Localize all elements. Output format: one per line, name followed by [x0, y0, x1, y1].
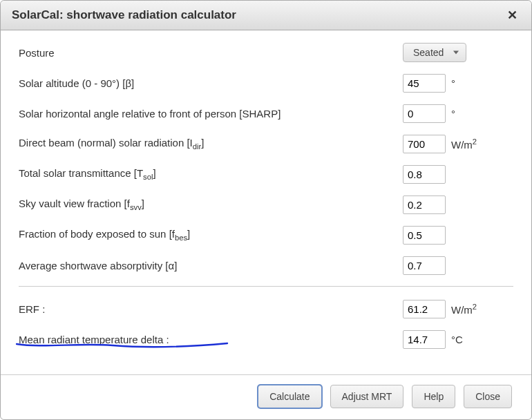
button-bar: Calculate Adjust MRT Help Close — [1, 374, 531, 419]
row-erf: ERF : W/m2 — [19, 299, 513, 318]
tsol-input[interactable] — [403, 165, 446, 184]
alpha-label: Average shortwave absorptivity [α] — [19, 260, 177, 271]
dmrt-label: Mean radiant temperature delta : — [19, 334, 169, 345]
erf-unit: W/m2 — [451, 303, 482, 316]
dmrt-unit: °C — [451, 334, 482, 345]
divider — [19, 286, 513, 287]
sharp-unit: ° — [451, 108, 482, 120]
fsvv-label: Sky vault view fraction [fsvv] — [19, 198, 144, 211]
help-button[interactable]: Help — [412, 385, 455, 408]
idir-label: Direct beam (normal) solar radiation [Id… — [19, 137, 204, 151]
posture-label: Posture — [19, 47, 55, 59]
posture-select[interactable]: Seated — [403, 43, 466, 62]
row-fsvv: Sky vault view fraction [fsvv] — [19, 195, 513, 214]
row-altitude: Solar altitude (0 - 90°) [β] ° — [19, 73, 513, 93]
dialog-title: SolarCal: shortwave radiation calculator — [12, 8, 236, 22]
row-dmrt: Mean radiant temperature delta : °C — [19, 330, 513, 349]
posture-selected: Seated — [413, 47, 444, 58]
sharp-input[interactable] — [403, 104, 446, 123]
row-tsol: Total solar transmittance [Tsol] — [19, 164, 513, 184]
row-posture: Posture Seated — [19, 43, 513, 62]
fbes-input[interactable] — [403, 226, 446, 245]
idir-unit: W/m2 — [451, 137, 482, 151]
fbes-label: Fraction of body exposed to sun [fbes] — [19, 228, 190, 242]
tsol-label: Total solar transmittance [Tsol] — [19, 167, 156, 181]
adjust-mrt-button[interactable]: Adjust MRT — [330, 385, 404, 408]
altitude-unit: ° — [451, 77, 482, 89]
erf-label: ERF : — [19, 303, 45, 315]
idir-input[interactable] — [403, 135, 446, 153]
solarcal-dialog: SolarCal: shortwave radiation calculator… — [0, 0, 532, 420]
fsvv-input[interactable] — [403, 195, 446, 214]
dmrt-output — [403, 330, 446, 349]
titlebar: SolarCal: shortwave radiation calculator… — [1, 1, 531, 30]
row-idir: Direct beam (normal) solar radiation [Id… — [19, 134, 513, 153]
erf-output — [403, 300, 446, 318]
calculate-button[interactable]: Calculate — [258, 385, 321, 408]
alpha-input[interactable] — [403, 256, 446, 275]
close-icon[interactable]: ✕ — [504, 8, 520, 23]
row-fbes: Fraction of body exposed to sun [fbes] — [19, 225, 513, 245]
row-sharp: Solar horizontal angle relative to front… — [19, 104, 513, 123]
dialog-content: Posture Seated Solar altitude (0 - 90°) … — [1, 30, 531, 374]
close-button[interactable]: Close — [464, 385, 512, 408]
altitude-label: Solar altitude (0 - 90°) [β] — [19, 77, 134, 89]
chevron-down-icon — [453, 51, 459, 55]
sharp-label: Solar horizontal angle relative to front… — [19, 108, 281, 120]
altitude-input[interactable] — [403, 74, 446, 93]
row-alpha: Average shortwave absorptivity [α] — [19, 256, 513, 275]
